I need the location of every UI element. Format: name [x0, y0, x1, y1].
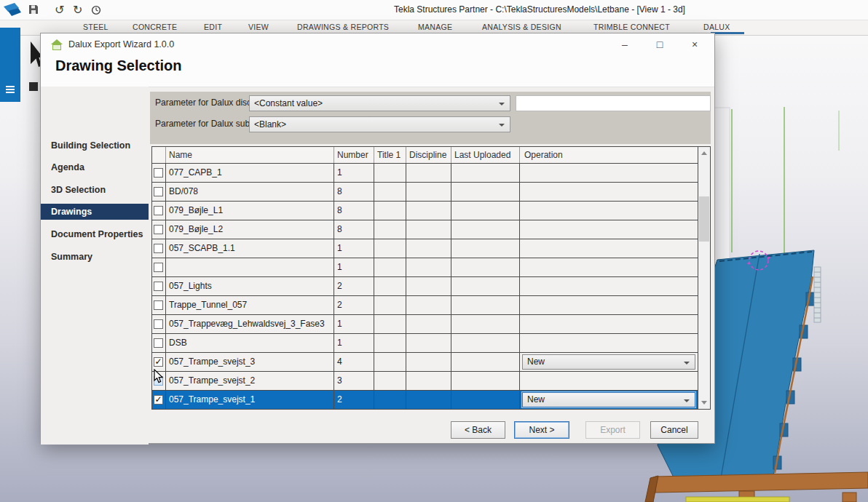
- undo-icon[interactable]: ↺: [55, 2, 64, 17]
- sidebar-item-document-properties[interactable]: Document Properties: [41, 226, 149, 242]
- cell-number: 1: [334, 239, 374, 258]
- next-button[interactable]: Next >: [514, 421, 569, 439]
- cell-number: 2: [334, 391, 374, 409]
- cell-title1: [374, 202, 406, 220]
- cell-title1: [374, 164, 406, 182]
- header-discipline[interactable]: Discipline: [406, 147, 451, 163]
- dialog-titlebar[interactable]: Dalux Export Wizard 1.0.0 – □ ×: [41, 33, 714, 57]
- row-checkbox[interactable]: [154, 282, 163, 291]
- dialog-header: Dalux Export Wizard 1.0.0 – □ × Drawing …: [41, 33, 714, 87]
- maximize-button[interactable]: □: [652, 36, 668, 52]
- scroll-down-arrow[interactable]: [698, 397, 710, 409]
- row-checkbox[interactable]: [154, 225, 163, 234]
- table-row[interactable]: BD/0788: [152, 183, 710, 202]
- ribbon-tab-manage[interactable]: MANAGE: [418, 23, 452, 31]
- table-row[interactable]: 079_Bøjle_L18: [152, 202, 710, 220]
- operation-select[interactable]: New: [522, 392, 695, 407]
- header-title1[interactable]: Title 1: [374, 147, 406, 163]
- header-number[interactable]: Number: [334, 147, 374, 163]
- ribbon-tab-edit[interactable]: EDIT: [204, 23, 222, 31]
- row-checkbox[interactable]: [154, 338, 163, 348]
- table-row[interactable]: DSB1: [152, 334, 710, 353]
- scrollbar-thumb[interactable]: [699, 196, 709, 242]
- table-row[interactable]: 1: [152, 258, 710, 277]
- table-row[interactable]: ✓057_Trampe_svejst_12New: [152, 391, 710, 410]
- cell-name: 057_Trappevæg_Lehwaldsvej_3_Fase3: [166, 315, 334, 333]
- export-button: Export: [585, 421, 640, 439]
- cell-checkbox: [152, 315, 166, 333]
- row-checkbox[interactable]: [154, 168, 163, 178]
- table-row[interactable]: ✓057_Trampe_svejst_34New: [152, 353, 710, 372]
- ribbon-tab-steel[interactable]: STEEL: [83, 23, 108, 31]
- cell-title1: [374, 315, 406, 333]
- sidebar-item-summary[interactable]: Summary: [41, 249, 149, 265]
- table-row[interactable]: 057_Trappevæg_Lehwaldsvej_3_Fase31: [152, 315, 710, 334]
- sidebar-item-3d-selection[interactable]: 3D Selection: [41, 182, 149, 198]
- ribbon-tab-trimble-connect[interactable]: TRIMBLE CONNECT: [593, 23, 670, 31]
- menu-hamburger-icon[interactable]: [6, 86, 15, 94]
- active-tab-underline: [711, 32, 744, 34]
- ribbon-tab-drawings-reports[interactable]: DRAWINGS & REPORTS: [297, 23, 389, 31]
- table-row[interactable]: 057_Lights2: [152, 277, 710, 296]
- cancel-button[interactable]: Cancel: [650, 421, 698, 439]
- cell-last-uploaded: [451, 315, 520, 333]
- cell-name: [166, 258, 334, 276]
- row-checkbox[interactable]: ✓: [154, 357, 163, 367]
- table-row[interactable]: 079_Bøjle_L28: [152, 220, 710, 239]
- ribbon-tab-view[interactable]: VIEW: [248, 23, 269, 31]
- sidebar-item-agenda[interactable]: Agenda: [41, 159, 149, 175]
- table-row[interactable]: 057_SCAPB_1.11: [152, 239, 710, 258]
- back-button[interactable]: < Back: [451, 421, 505, 439]
- row-checkbox[interactable]: [154, 187, 163, 196]
- cell-checkbox: [152, 220, 166, 239]
- header-operation[interactable]: Operation: [520, 147, 698, 163]
- cell-last-uploaded: [451, 164, 520, 182]
- row-checkbox[interactable]: [154, 319, 163, 329]
- cell-title1: [374, 258, 406, 276]
- sidebar-item-drawings[interactable]: Drawings: [41, 204, 149, 220]
- row-checkbox[interactable]: [154, 263, 163, 272]
- redo-icon[interactable]: ↻: [73, 2, 82, 17]
- scroll-up-arrow[interactable]: [698, 147, 710, 159]
- row-checkbox[interactable]: [154, 206, 163, 215]
- cell-number: 8: [334, 183, 374, 201]
- close-button[interactable]: ×: [687, 36, 703, 52]
- table-row[interactable]: Trappe_Tunnel_0572: [152, 296, 710, 315]
- sidebar-item-building-selection[interactable]: Building Selection: [41, 138, 149, 154]
- param-subdiscipline-select[interactable]: <Blank>: [249, 116, 510, 132]
- cell-operation: [520, 239, 698, 258]
- cell-last-uploaded: [451, 353, 520, 371]
- row-checkbox[interactable]: [154, 244, 163, 253]
- operation-select[interactable]: New: [522, 354, 695, 370]
- row-checkbox[interactable]: [154, 300, 163, 310]
- cell-operation: [520, 258, 698, 276]
- cell-discipline: [406, 258, 451, 276]
- param-discipline-select[interactable]: <Constant value>: [249, 95, 510, 111]
- ribbon-tab-dalux[interactable]: DALUX: [703, 23, 730, 31]
- dalux-house-icon: [51, 39, 63, 49]
- table-row[interactable]: 057_Trampe_svejst_23: [152, 372, 710, 391]
- tekla-logo-icon: [2, 1, 23, 18]
- cell-last-uploaded: [451, 220, 520, 239]
- cell-name: 057_Trampe_svejst_1: [166, 391, 334, 409]
- cell-operation: [520, 372, 698, 390]
- cell-operation: [520, 183, 698, 201]
- ribbon-tab-concrete[interactable]: CONCRETE: [133, 23, 177, 31]
- header-last-uploaded[interactable]: Last Uploaded: [451, 147, 520, 163]
- table-scrollbar[interactable]: [698, 147, 710, 409]
- cell-discipline: [406, 277, 451, 295]
- table-row[interactable]: 077_CAPB_11: [152, 164, 710, 183]
- save-icon[interactable]: [28, 4, 39, 15]
- cell-operation: [520, 296, 698, 314]
- row-checkbox[interactable]: ✓: [154, 395, 163, 405]
- cell-title1: [374, 353, 406, 371]
- cell-title1: [374, 296, 406, 314]
- param-discipline-value-input[interactable]: [516, 95, 711, 111]
- history-clock-icon[interactable]: [91, 5, 101, 15]
- header-name[interactable]: Name: [166, 147, 334, 163]
- ribbon-tab-analysis-design[interactable]: ANALYSIS & DESIGN: [482, 23, 561, 31]
- dalux-export-wizard-dialog: Dalux Export Wizard 1.0.0 – □ × Drawing …: [40, 33, 715, 444]
- cell-last-uploaded: [451, 391, 520, 409]
- minimize-button[interactable]: –: [617, 36, 633, 52]
- cell-discipline: [406, 202, 451, 220]
